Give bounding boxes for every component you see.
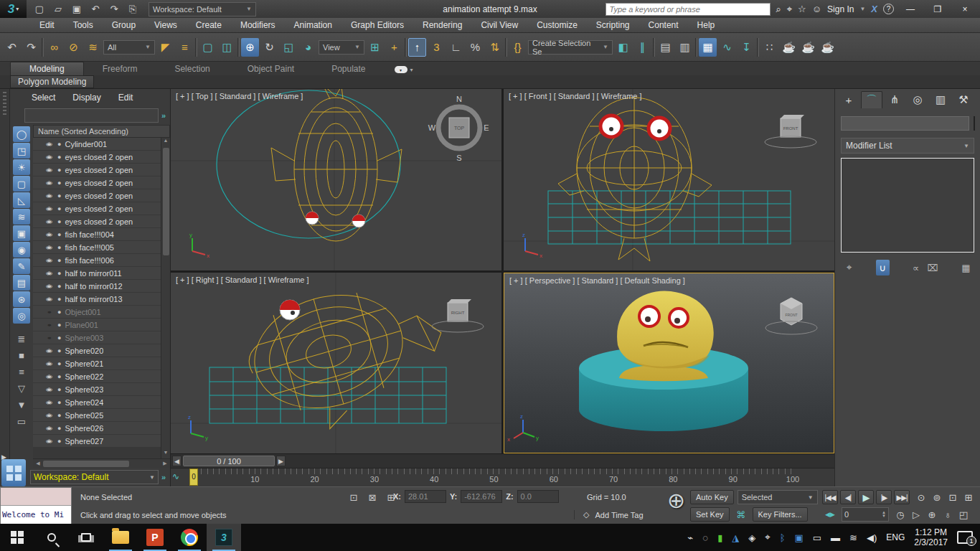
select-and-link-icon[interactable]: ∞ <box>45 38 63 57</box>
list-item[interactable]: ● ● Sphere003 <box>33 331 170 344</box>
list-item[interactable]: ◉ ● eyes closed 2 open <box>33 164 170 176</box>
visibility-eye-icon[interactable]: ◉ <box>44 205 54 211</box>
window-crossing-icon[interactable]: ◫ <box>218 38 236 57</box>
separator[interactable] <box>653 38 655 57</box>
application-menu-button[interactable]: 3 ▾ <box>0 0 27 18</box>
horizontal-scrollbar[interactable]: ◀ ▶ <box>33 458 170 468</box>
visibility-eye-icon[interactable]: ◉ <box>44 283 54 288</box>
activity-monitor-icon[interactable]: ◮ <box>732 532 739 543</box>
taskbar-3dsmax[interactable]: 3 <box>207 524 241 551</box>
list-item[interactable]: ◉ ● Sphere024 <box>33 396 170 409</box>
list-item[interactable]: ◉ ● eyes closed 2 open <box>33 215 170 228</box>
list-item[interactable]: ● ● Plane001 <box>33 319 170 331</box>
window-layout-button[interactable] <box>1 459 26 486</box>
go-to-end-button[interactable]: ▶▶| <box>894 490 910 504</box>
sign-in-label[interactable]: Sign In <box>827 4 854 14</box>
stack-separator[interactable] <box>892 260 906 276</box>
separator[interactable] <box>757 38 759 57</box>
strip-gap[interactable] <box>13 324 30 330</box>
list-item[interactable]: ◉ ● Sphere023 <box>33 383 170 396</box>
task-view-button[interactable] <box>69 524 103 551</box>
new-scene-button[interactable]: ▢ <box>32 2 47 17</box>
Graph Editors[interactable]: Graph Editors <box>341 18 413 33</box>
zoom-icon[interactable]: ⊙ <box>913 490 929 504</box>
filter-settings-icon[interactable]: ▽ <box>13 380 30 396</box>
y-coordinate-field[interactable]: -612.676 <box>461 490 502 503</box>
creative-cloud-icon[interactable]: ◌ <box>702 532 708 543</box>
visibility-eye-icon[interactable]: ◉ <box>44 425 54 430</box>
filter-helpers-icon[interactable]: ◺ <box>13 192 30 208</box>
list-item[interactable]: ◉ ● Sphere022 <box>33 370 170 383</box>
exchange-store-icon[interactable]: X <box>871 4 877 14</box>
list-item[interactable]: ◉ ● Sphere027 <box>33 435 170 448</box>
named-selection-sets-dropdown[interactable]: Create Selection Se ▼ <box>528 40 613 55</box>
Rendering[interactable]: Rendering <box>413 18 471 33</box>
filter-containers-icon[interactable]: ▤ <box>13 275 30 291</box>
viewport-top-label[interactable]: [ + ] [ Top ] [ Standard ] [ Wireframe ] <box>176 92 303 100</box>
workspace-selector-dropdown[interactable]: Workspace: Default ▼ <box>30 470 159 484</box>
undo-quick-button[interactable]: ↶ <box>88 2 103 17</box>
Customize[interactable]: Customize <box>527 18 587 33</box>
redo-quick-button[interactable]: ↷ <box>107 2 121 17</box>
bind-to-space-warp-icon[interactable]: ≋ <box>84 38 102 57</box>
reference-coordinate-dropdown[interactable]: View ▼ <box>319 40 364 55</box>
visibility-eye-icon[interactable]: ● <box>44 309 54 314</box>
ribbon-config-button[interactable]: ▾ ▾ <box>395 66 413 75</box>
mirror-icon[interactable]: ◧ <box>614 38 632 57</box>
previous-frame-button[interactable]: ◀| <box>840 490 856 504</box>
maximize-viewport-toggle-icon[interactable]: ◰ <box>956 507 971 522</box>
track-bar-ruler[interactable]: 0102030405060708090100 0 <box>195 468 793 487</box>
search-icon[interactable]: ⌕ <box>776 4 781 15</box>
previous-frame-slider-button[interactable]: ◀ <box>172 456 182 466</box>
visibility-eye-icon[interactable]: ◉ <box>44 412 54 418</box>
list-item[interactable]: ◉ ● eyes closed 2 open <box>33 202 170 215</box>
visibility-eye-icon[interactable]: ◉ <box>44 154 54 159</box>
separator[interactable] <box>405 38 407 57</box>
Edit[interactable]: Edit <box>118 93 133 103</box>
list-view-icon[interactable]: ≣ <box>13 331 30 347</box>
scene-explorer-toggle-icon[interactable]: ▥ <box>676 38 694 57</box>
unlink-selection-icon[interactable]: ⊘ <box>65 38 83 57</box>
angle-snap-icon[interactable]: ∟ <box>447 38 465 57</box>
remove-modifier-button[interactable]: ⌧ <box>925 260 939 276</box>
Animation[interactable]: Animation <box>285 18 341 33</box>
properties-icon[interactable]: ≡ <box>13 364 30 380</box>
swatch-column-icon[interactable]: ■ <box>13 347 30 363</box>
maximize-button[interactable]: ❐ <box>927 1 948 17</box>
ribbon-toggle-icon[interactable]: ▦ <box>699 38 717 57</box>
polygon-modeling-panel-button[interactable]: Polygon Modeling <box>10 75 94 88</box>
list-item[interactable]: ● ● Object001 <box>33 306 170 319</box>
usb-icon[interactable]: ⌁ <box>688 532 694 543</box>
help-icon[interactable]: ? <box>883 4 894 14</box>
pan-view-icon[interactable]: ⊕ <box>924 507 940 522</box>
overflow-chevron-icon[interactable]: » <box>161 473 166 481</box>
Select[interactable]: Select <box>32 93 55 103</box>
taskbar-chrome[interactable] <box>172 524 207 551</box>
list-item[interactable]: ◉ ● Sphere020 <box>33 344 170 357</box>
help-search-input[interactable] <box>606 3 771 16</box>
Modeling[interactable]: Modeling <box>10 62 84 75</box>
spinner-snap-icon[interactable]: ⇅ <box>486 38 504 57</box>
workspace-dropdown[interactable]: Workspace: Default ▼ <box>149 2 256 17</box>
list-item[interactable]: ◉ ● fish face!!!005 <box>33 241 170 254</box>
Civil View[interactable]: Civil View <box>471 18 527 33</box>
add-time-tag-button[interactable]: Add Time Tag <box>595 511 643 519</box>
volume-icon[interactable]: ◀) <box>867 532 877 543</box>
Selection[interactable]: Selection <box>156 62 228 75</box>
scroll-up-icon[interactable]: ▲ <box>164 138 169 146</box>
select-by-name-icon[interactable]: ≡ <box>176 38 194 57</box>
Content[interactable]: Content <box>639 18 688 33</box>
list-item[interactable]: ◉ ● Cylinder001 <box>33 138 170 151</box>
list-item[interactable]: ◉ ● half to mirror013 <box>33 293 170 306</box>
taskbar-powerpoint[interactable]: P <box>138 524 172 551</box>
time-configuration-icon[interactable]: ◷ <box>892 507 908 522</box>
list-item[interactable]: ◉ ● fish face!!!004 <box>33 228 170 241</box>
selection-filter-dropdown[interactable]: All ▼ <box>103 40 155 55</box>
visibility-eye-icon[interactable]: ◉ <box>44 347 54 353</box>
next-frame-button[interactable]: |▶ <box>876 490 892 504</box>
taskbar-file-explorer[interactable] <box>103 524 138 551</box>
go-to-start-button[interactable]: |◀◀ <box>822 490 838 504</box>
visibility-eye-icon[interactable]: ◉ <box>44 296 54 301</box>
selection-lock-icon[interactable]: ⊠ <box>366 491 379 503</box>
named-selection-sets-icon[interactable]: {} <box>509 38 527 57</box>
